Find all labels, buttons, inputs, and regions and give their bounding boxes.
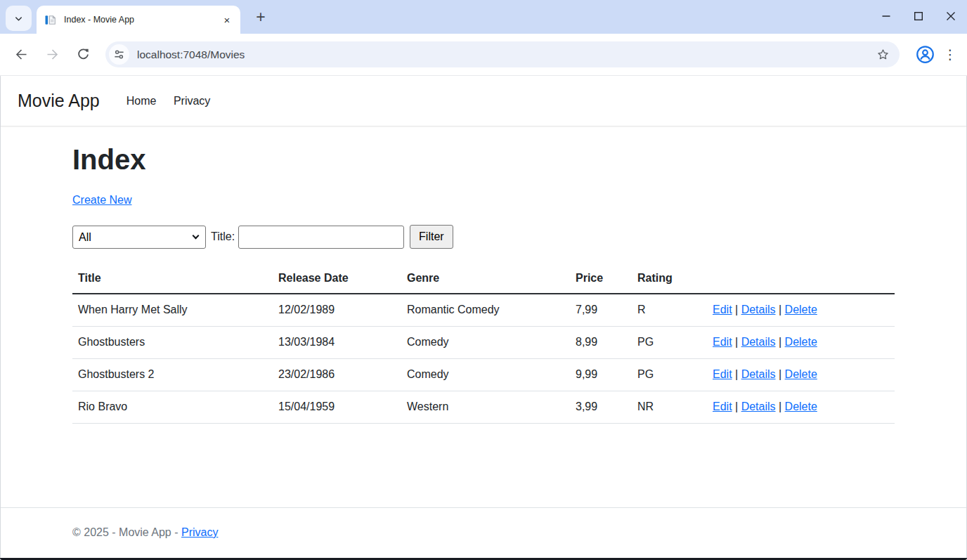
tab-title: Index - Movie App — [64, 15, 221, 25]
close-icon — [944, 9, 958, 23]
reload-icon — [76, 47, 91, 62]
delete-link[interactable]: Delete — [785, 368, 817, 380]
cell-rating: R — [632, 294, 707, 327]
edit-link[interactable]: Edit — [713, 368, 732, 380]
delete-link[interactable]: Delete — [785, 304, 817, 315]
table-row: Ghostbusters 223/02/1986Comedy9,99PGEdit… — [72, 359, 895, 391]
nav-link-home[interactable]: Home — [121, 89, 162, 113]
cell-price: 3,99 — [570, 391, 632, 424]
tab-search-button[interactable] — [6, 6, 32, 31]
table-row: Rio Bravo15/04/1959Western3,99NREdit | D… — [72, 391, 895, 424]
row-actions: Edit | Details | Delete — [707, 294, 895, 327]
star-icon — [876, 47, 890, 62]
new-tab-button[interactable]: + — [250, 6, 271, 27]
forward-button[interactable] — [37, 39, 67, 70]
genre-select[interactable]: All — [72, 226, 206, 249]
close-window-button[interactable] — [935, 0, 967, 32]
nav-link-privacy[interactable]: Privacy — [168, 89, 216, 113]
site-footer: © 2025 - Movie App - Privacy — [1, 507, 966, 558]
cell-title: Ghostbusters 2 — [72, 359, 273, 391]
web-content: Movie App Home Privacy Index Create New … — [0, 76, 967, 558]
action-separator: | — [732, 401, 741, 412]
cell-title: Ghostbusters — [72, 327, 273, 359]
cell-price: 9,99 — [570, 359, 632, 391]
maximize-button[interactable] — [902, 0, 935, 32]
browser-tab[interactable]: Index - Movie App × — [37, 6, 240, 34]
maximize-icon — [911, 9, 926, 23]
page-main: Index Create New All Title: Filter — [1, 126, 966, 507]
menu-button[interactable]: ⋮ — [939, 41, 961, 69]
cell-rating: PG — [632, 359, 707, 391]
row-actions: Edit | Details | Delete — [707, 327, 895, 359]
row-actions: Edit | Details | Delete — [707, 359, 895, 391]
genre-select-wrap: All — [72, 226, 206, 249]
details-link[interactable]: Details — [741, 304, 776, 315]
filter-button[interactable]: Filter — [410, 225, 453, 249]
table-row: When Harry Met Sally12/02/1989Romantic C… — [72, 294, 895, 327]
header-rating: Rating — [632, 266, 707, 294]
page-title: Index — [72, 141, 895, 178]
create-new-link[interactable]: Create New — [72, 194, 131, 206]
details-link[interactable]: Details — [741, 401, 776, 412]
tab-strip: Index - Movie App × + — [0, 0, 967, 34]
browser-window: Index - Movie App × + — [0, 0, 967, 560]
site-info-button[interactable] — [109, 44, 129, 65]
cell-rating: NR — [632, 391, 707, 424]
header-actions — [707, 266, 895, 294]
cell-title: Rio Bravo — [72, 391, 273, 424]
back-button[interactable] — [6, 39, 37, 70]
cell-genre: Western — [401, 391, 570, 424]
filter-form: All Title: Filter — [72, 225, 895, 249]
reload-button[interactable] — [67, 39, 98, 70]
favicon-icon — [45, 14, 57, 26]
url-text[interactable]: localhost:7048/Movies — [137, 48, 873, 61]
cell-rating: PG — [632, 327, 707, 359]
header-price: Price — [570, 266, 632, 294]
brand-link[interactable]: Movie App — [18, 91, 100, 111]
chevron-down-icon — [13, 13, 24, 24]
action-separator: | — [732, 336, 741, 348]
cell-genre: Comedy — [401, 359, 570, 391]
cell-release-date: 13/03/1984 — [273, 327, 401, 359]
footer-copyright: © 2025 - Movie App - — [72, 526, 179, 538]
movies-table: Title Release Date Genre Price Rating Wh… — [72, 266, 895, 424]
details-link[interactable]: Details — [741, 336, 776, 348]
cell-release-date: 23/02/1986 — [273, 359, 401, 391]
action-separator: | — [732, 368, 741, 380]
delete-link[interactable]: Delete — [785, 336, 817, 348]
delete-link[interactable]: Delete — [785, 401, 817, 412]
edit-link[interactable]: Edit — [713, 401, 732, 412]
profile-button[interactable] — [911, 41, 939, 69]
minimize-button[interactable] — [870, 0, 902, 32]
forward-icon — [45, 47, 60, 62]
header-release-date: Release Date — [273, 266, 401, 294]
tab-close-button[interactable]: × — [221, 13, 233, 26]
table-header-row: Title Release Date Genre Price Rating — [72, 266, 895, 294]
edit-link[interactable]: Edit — [713, 336, 732, 348]
edit-link[interactable]: Edit — [713, 304, 732, 315]
cell-price: 7,99 — [570, 294, 632, 327]
title-filter-label: Title: — [211, 230, 235, 243]
action-separator: | — [732, 304, 741, 315]
action-separator: | — [776, 368, 785, 380]
header-genre: Genre — [401, 266, 570, 294]
cell-genre: Romantic Comedy — [401, 294, 570, 327]
details-link[interactable]: Details — [741, 368, 776, 380]
cell-title: When Harry Met Sally — [72, 294, 273, 327]
title-filter-input[interactable] — [238, 226, 404, 249]
cell-release-date: 15/04/1959 — [273, 391, 401, 424]
action-separator: | — [776, 336, 785, 348]
back-icon — [14, 47, 29, 62]
footer-privacy-link[interactable]: Privacy — [181, 526, 218, 538]
cell-price: 8,99 — [570, 327, 632, 359]
profile-icon — [916, 45, 935, 64]
action-separator: | — [776, 401, 785, 412]
site-navbar: Movie App Home Privacy — [1, 76, 966, 126]
bookmark-button[interactable] — [873, 45, 893, 65]
table-row: Ghostbusters13/03/1984Comedy8,99PGEdit |… — [72, 327, 895, 359]
header-title: Title — [72, 266, 273, 294]
tune-icon — [113, 48, 125, 60]
site-nav: Home Privacy — [121, 89, 219, 113]
browser-toolbar: localhost:7048/Movies ⋮ — [0, 34, 967, 76]
address-bar[interactable]: localhost:7048/Movies — [105, 41, 900, 67]
